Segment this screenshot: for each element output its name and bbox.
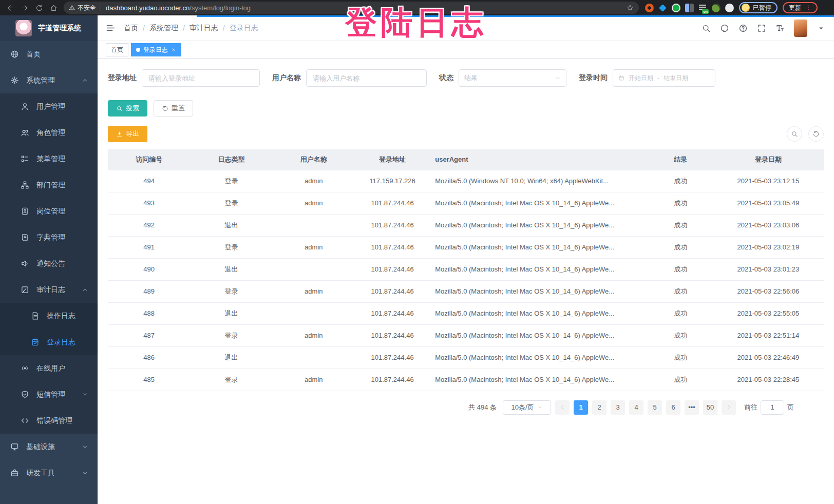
cell-username: admin [273, 192, 355, 214]
extension-icon-orange[interactable] [645, 4, 654, 12]
sidebar-item-用户管理[interactable]: 用户管理 [0, 93, 98, 120]
column-header-result: 结果 [648, 149, 712, 170]
page-button-4[interactable]: 4 [629, 400, 643, 415]
cell-user-agent: Mozilla/5.0 (Macintosh; Intel Mac OS X 1… [430, 369, 648, 391]
browser-reload-icon[interactable] [33, 2, 45, 14]
chevron-down-icon [82, 391, 88, 398]
page-content: 登录地址 用户名称 状态 结果 登录时间 开始日期 - 结束日期 [98, 59, 834, 504]
sidebar-item-登录日志[interactable]: 登录日志 [0, 329, 98, 355]
page-size-select[interactable]: 10条/页 [503, 400, 551, 415]
sidebar-item-短信管理[interactable]: 短信管理 [0, 381, 98, 408]
breadcrumb-item-系统管理[interactable]: 系统管理 [149, 24, 178, 33]
sidebar-item-错误码管理[interactable]: 错误码管理 [0, 408, 98, 434]
sidebar-item-字典管理[interactable]: 字典管理 [0, 224, 98, 250]
cell-login-ip: 101.87.244.46 [355, 192, 430, 214]
extension-icon-tabs-on[interactable]: on [698, 4, 707, 12]
goto-label: 前往 [744, 403, 757, 412]
username-input[interactable] [306, 69, 427, 87]
search-icon[interactable] [702, 24, 711, 33]
avatar-caret-down-icon[interactable] [817, 24, 826, 33]
cell-login-date: 2021-05-03 22:28:45 [713, 369, 824, 391]
tab-登录日志[interactable]: 登录日志 [131, 43, 181, 56]
github-icon[interactable] [720, 24, 729, 33]
fullscreen-icon[interactable] [757, 24, 766, 33]
cell-username: admin [273, 280, 355, 302]
sidebar-menu: 首页系统管理用户管理角色管理菜单管理部门管理岗位管理字典管理通知公告审计日志操作… [0, 41, 98, 486]
extension-icon-green[interactable] [672, 4, 680, 12]
sidebar-item-label: 系统管理 [26, 76, 55, 85]
tab-首页[interactable]: 首页 [106, 43, 128, 56]
cell-log-type: 登录 [190, 369, 272, 391]
more-pages-button[interactable]: ••• [685, 400, 699, 415]
goto-page-input[interactable] [761, 400, 784, 415]
breadcrumb: 首页/系统管理/审计日志/登录日志 [124, 24, 258, 33]
sidebar-item-菜单管理[interactable]: 菜单管理 [0, 146, 98, 172]
sidebar-item-label: 操作日志 [47, 312, 75, 321]
extension-icon-squares[interactable] [685, 4, 694, 12]
sidebar-item-首页[interactable]: 首页 [0, 41, 98, 67]
extensions-puzzle-icon[interactable] [725, 4, 734, 12]
page-button-50[interactable]: 50 [703, 400, 717, 415]
sidebar-item-基础设施[interactable]: 基础设施 [0, 434, 98, 460]
active-tab-dot [136, 48, 140, 52]
login-address-input[interactable] [142, 69, 260, 87]
page-button-5[interactable]: 5 [648, 400, 662, 415]
extension-icon-plant[interactable] [712, 4, 721, 12]
browser-update-button[interactable]: 更新 [783, 2, 818, 13]
status-label: 状态 [439, 73, 453, 83]
help-icon[interactable] [738, 24, 748, 33]
browser-home-icon[interactable] [47, 2, 60, 14]
bookmark-star-icon[interactable] [627, 4, 634, 11]
page-button-1[interactable]: 1 [574, 400, 588, 415]
users-icon [21, 128, 29, 137]
sidebar-item-部门管理[interactable]: 部门管理 [0, 172, 98, 198]
browser-menu-dots-icon[interactable] [805, 5, 811, 11]
status-select[interactable]: 结果 [459, 69, 566, 87]
not-secure-warning-icon [69, 5, 75, 11]
cell-login-ip: 101.87.244.46 [355, 236, 430, 258]
breadcrumb-item-审计日志[interactable]: 审计日志 [189, 24, 218, 33]
breadcrumb-item-首页[interactable]: 首页 [124, 24, 138, 33]
sidebar-item-审计日志[interactable]: 审计日志 [0, 277, 98, 303]
sidebar-item-研发工具[interactable]: 研发工具 [0, 460, 98, 486]
next-page-button[interactable] [722, 400, 736, 415]
browser-back-icon[interactable] [4, 2, 16, 14]
sidebar-item-系统管理[interactable]: 系统管理 [0, 67, 98, 93]
id-badge-icon [21, 207, 29, 216]
export-button[interactable]: 导出 [108, 126, 147, 142]
browser-profile-chip[interactable]: 已暂停 [739, 2, 778, 13]
font-size-icon[interactable] [775, 24, 785, 33]
tab-label: 登录日志 [143, 46, 168, 54]
sidebar-toggle-hamburger-icon[interactable] [106, 23, 116, 33]
extension-icon-gem[interactable] [658, 4, 667, 12]
login-time-range-picker[interactable]: 开始日期 - 结束日期 [613, 69, 715, 87]
user-avatar[interactable] [794, 20, 807, 37]
toggle-search-round-button[interactable] [787, 126, 802, 142]
browser-forward-icon[interactable] [18, 2, 31, 14]
sidebar-item-label: 短信管理 [36, 390, 65, 399]
page-button-3[interactable]: 3 [611, 400, 625, 415]
pagination-total: 共 494 条 [468, 403, 497, 412]
sidebar-item-角色管理[interactable]: 角色管理 [0, 120, 98, 146]
cell-login-date: 2021-05-03 22:56:06 [713, 280, 824, 302]
prev-page-button[interactable] [555, 400, 570, 415]
page-button-2[interactable]: 2 [592, 400, 606, 415]
reset-button[interactable]: 重置 [154, 100, 193, 117]
org-tree-icon [21, 181, 29, 189]
sidebar-item-label: 错误码管理 [36, 416, 72, 425]
cell-visit-id: 493 [108, 192, 190, 214]
cell-login-ip: 101.87.244.46 [355, 302, 430, 324]
sidebar-item-在线用户[interactable]: 在线用户 [0, 355, 98, 381]
sidebar-item-通知公告[interactable]: 通知公告 [0, 250, 98, 277]
sidebar-logo-row: 芋道管理系统 [0, 15, 98, 41]
cell-log-type: 登录 [190, 236, 272, 258]
sidebar-item-岗位管理[interactable]: 岗位管理 [0, 198, 98, 224]
sidebar-item-操作日志[interactable]: 操作日志 [0, 303, 98, 329]
cell-login-date: 2021-05-03 23:03:06 [713, 214, 824, 236]
search-button[interactable]: 搜索 [108, 100, 147, 117]
close-tab-icon[interactable] [171, 47, 176, 52]
refresh-round-button[interactable] [808, 126, 824, 142]
cell-username [273, 302, 355, 324]
page-button-6[interactable]: 6 [666, 400, 680, 415]
cell-visit-id: 487 [108, 324, 190, 346]
